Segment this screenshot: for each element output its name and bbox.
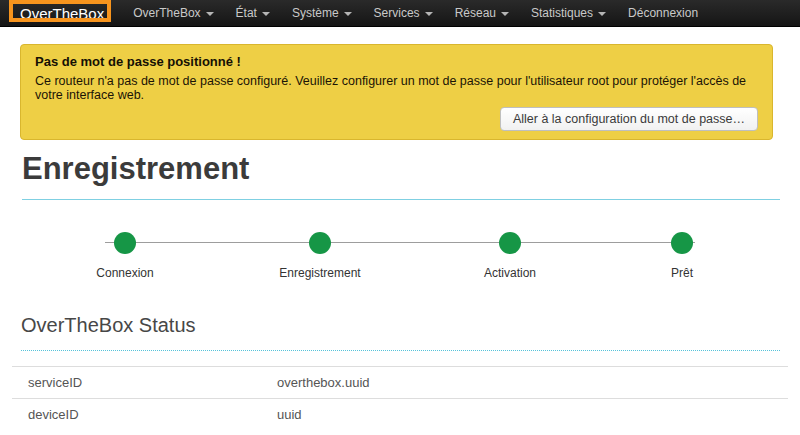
chevron-down-icon [425,12,433,16]
nav-item-label: Services [374,6,420,20]
nav-item-label: État [236,6,257,20]
chevron-down-icon [344,12,352,16]
nav-item-statistiques[interactable]: Statistiques [520,0,617,26]
status-table: serviceID overthebox.uuid deviceID uuid [12,366,788,430]
registration-stepper: Connexion Enregistrement Activation Prêt [105,232,695,290]
chevron-down-icon [598,12,606,16]
password-warning-alert: Pas de mot de passe positionné ! Ce rout… [20,44,773,140]
nav-item-reseau[interactable]: Réseau [444,0,520,26]
status-key: deviceID [12,399,261,431]
status-value: uuid [261,399,788,431]
nav-item-label: Statistiques [531,6,593,20]
step-label-activation: Activation [484,266,536,280]
go-to-password-config-button[interactable]: Aller à la configuration du mot de passe… [500,107,758,131]
alert-title: Pas de mot de passe positionné ! [35,54,758,69]
brand-logo[interactable]: OverTheBox [0,0,118,26]
nav-item-etat[interactable]: État [225,0,281,26]
chevron-down-icon [262,12,270,16]
nav-item-label: OverTheBox [133,6,200,20]
nav-item-systeme[interactable]: Système [281,0,363,26]
nav-item-label: Déconnexion [628,6,698,20]
nav-item-services[interactable]: Services [363,0,444,26]
step-dot-connexion [114,232,136,254]
chevron-down-icon [206,12,214,16]
status-key: serviceID [12,367,261,399]
status-section-heading: OverTheBox Status [21,314,780,351]
page-title: Enregistrement [22,151,780,200]
step-dot-pret [671,232,693,254]
stepper-track-line [105,242,695,243]
step-dot-enregistrement [309,232,331,254]
step-label-connexion: Connexion [96,266,153,280]
table-row: deviceID uuid [12,399,788,431]
nav-item-label: Système [292,6,339,20]
alert-actions: Aller à la configuration du mot de passe… [35,107,758,131]
chevron-down-icon [501,12,509,16]
top-navbar: OverTheBox OverTheBox État Système Servi… [0,0,800,27]
status-value: overthebox.uuid [261,367,788,399]
table-row: serviceID overthebox.uuid [12,367,788,399]
nav-item-label: Réseau [455,6,496,20]
nav-menu: OverTheBox État Système Services Réseau … [122,0,709,26]
step-label-pret: Prêt [671,266,693,280]
alert-message: Ce routeur n'a pas de mot de passe confi… [35,74,758,102]
step-dot-activation [499,232,521,254]
nav-item-overthebox[interactable]: OverTheBox [122,0,224,26]
step-label-enregistrement: Enregistrement [279,266,360,280]
nav-item-deconnexion[interactable]: Déconnexion [617,0,709,26]
